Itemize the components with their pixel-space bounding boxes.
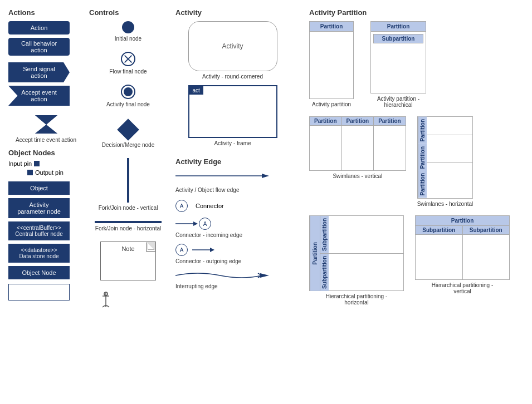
fork-join-vertical-label: Fork/Join node - vertical [89, 205, 167, 211]
activity-rounded-text: Activity [222, 42, 243, 50]
activity-partition-hierarchical-label: Activity partition -hierarchical [370, 96, 426, 108]
swimlanes-vertical-label: Swimlanes - vertical [309, 173, 406, 179]
subpartition-header: Subpartition [373, 34, 423, 43]
swimlane-v-header-1: Partition [310, 117, 341, 126]
object-node-button[interactable]: Object Node [8, 266, 70, 279]
decision-merge-node-item: Decision/Merge node [89, 117, 167, 148]
activity-partition-shape: Partition [309, 21, 354, 99]
activity-partition-item: Partition Activity partition [309, 21, 354, 108]
connector-label: Connector [196, 203, 224, 209]
activity-final-node-shape [121, 85, 135, 99]
hier-vertical-label: Hierarchical partitioning -vertical [415, 282, 510, 294]
send-signal-action-button[interactable]: Send signalaction [8, 62, 70, 82]
connector-shape: A [175, 200, 188, 212]
hier-h-content: Subpartition Subpartition [320, 216, 403, 291]
swimlane-h-body-3 [427, 171, 472, 189]
object-node-placeholder [8, 284, 70, 300]
swimlane-v-body-3 [374, 126, 404, 170]
swimlane-h-header-1: Partition [418, 117, 427, 144]
hier-h-sub-row-2: Subpartition [320, 254, 403, 291]
hier-v-sub-col-2: Subpartition [463, 226, 510, 279]
activity-frame-act-label: act [189, 86, 203, 95]
activity-final-node-item: Activity final node [89, 85, 167, 107]
swimlanes-vertical-item: Partition Partition Partition Swimlanes … [309, 116, 406, 207]
partition-row-1: Partition Activity partition Partition S… [309, 21, 526, 108]
controls-title: Controls [89, 8, 167, 17]
activity-edge-title: Activity Edge [175, 157, 290, 166]
hier-v-sub-body-1 [416, 235, 462, 279]
swimlane-h-row-3: Partition [418, 171, 472, 198]
hier-vertical-item: Partition Subpartition Subpartition Hier… [415, 215, 510, 306]
anchor-symbol [100, 292, 167, 311]
activity-partition-section: Activity Partition Partition Activity pa… [309, 8, 526, 306]
hier-v-sub-body-2 [463, 235, 510, 279]
partition-body-2 [371, 46, 426, 93]
connector-incoming-item: A [175, 218, 290, 230]
call-behavior-action-button[interactable]: Call behavioraction [8, 38, 70, 56]
swimlane-h-row-1: Partition [418, 117, 472, 144]
fork-join-horizontal-label: Fork/Join node - horizontal [89, 225, 167, 231]
connector-incoming-shape: A [199, 218, 211, 230]
hier-h-sub-body-2 [329, 254, 403, 282]
input-pin-label: Input pin [8, 160, 32, 167]
hier-h-subpartition-1: Subpartition [320, 216, 329, 253]
hier-h-sub-row-1: Subpartition [320, 216, 403, 254]
note-item: Note [89, 242, 167, 311]
object-button[interactable]: Object [8, 181, 70, 195]
initial-node-label: Initial node [89, 36, 167, 42]
connector-incoming-arrow [175, 218, 198, 229]
output-pin-row: Output pin [25, 169, 84, 176]
activity-parameter-node-button[interactable]: Activityparameter node [8, 198, 70, 218]
hier-horizontal-item: Partition Subpartition Subpartition [309, 215, 404, 306]
activity-partition-label: Activity partition [309, 101, 354, 107]
decision-merge-node-label: Decision/Merge node [89, 142, 167, 148]
activity-frame-shape: act [188, 85, 277, 138]
swimlane-h-body-1 [427, 117, 472, 135]
swimlanes-vertical-shape: Partition Partition Partition [309, 116, 406, 171]
swimlane-v-header-3: Partition [374, 117, 406, 126]
activity-section: Activity Activity Activity - round-corne… [175, 8, 290, 289]
connector-outgoing-arrow [192, 244, 214, 255]
hier-v-sub-col-1: Subpartition [416, 226, 463, 279]
connector-incoming-label: Connector - incoming edge [175, 232, 290, 238]
hier-v-subpartition-2: Subpartition [463, 226, 510, 235]
connector-outgoing-label: Connector - outgoing edge [175, 258, 290, 264]
activity-final-inner [124, 87, 133, 96]
fork-join-vertical-shape [127, 158, 129, 203]
interrupting-edge-arrow [175, 270, 270, 281]
hier-horizontal-shape: Partition Subpartition Subpartition [309, 215, 404, 292]
fork-join-horizontal-item: Fork/Join node - horizontal [89, 221, 167, 231]
swimlanes-horizontal-label: Swimlanes - horizontal [417, 201, 474, 207]
activity-edge-section: Activity Edge Activity / Object flow edg… [175, 157, 290, 289]
hier-h-sub-body-1 [329, 216, 403, 244]
input-pin-box [34, 161, 40, 166]
svg-marker-9 [193, 221, 198, 226]
partition-body-1 [310, 32, 353, 98]
swimlanes-horizontal-item: Partition Partition Partition Swimlanes … [417, 116, 474, 207]
action-button[interactable]: Action [8, 21, 70, 35]
activity-partition-hierarchical-shape: Partition Subpartition [370, 21, 426, 93]
svg-marker-1 [35, 115, 57, 125]
data-store-node-button[interactable]: <<datastore>>Data store node [8, 244, 70, 263]
note-fold [148, 242, 155, 250]
accept-event-action-button[interactable]: Accept eventaction [8, 86, 70, 106]
fork-join-vertical-item: Fork/Join node - vertical [89, 158, 167, 211]
svg-marker-11 [210, 248, 214, 252]
activity-rounded-label: Activity - round-cornered [175, 73, 290, 80]
swimlane-v-body-2 [342, 126, 373, 170]
initial-node-shape [122, 21, 134, 33]
central-buffer-node-button[interactable]: <<centralBuffer>>Central buffer node [8, 221, 70, 240]
hier-horizontal-label: Hierarchical partitioning -horizontal [309, 293, 404, 306]
swimlane-v-body-1 [310, 126, 340, 170]
actions-title: Actions [8, 8, 84, 17]
activity-frame-item: act Activity - frame [175, 85, 290, 146]
swimlane-h-header-2: Partition [418, 144, 427, 171]
partition-sub-container: Subpartition [371, 34, 426, 43]
activity-frame-label: Activity - frame [175, 140, 290, 146]
output-pin-box [27, 170, 33, 175]
svg-marker-7 [262, 174, 269, 178]
swimlane-col-3: Partition [374, 117, 406, 170]
hier-v-partition-header: Partition [416, 216, 509, 226]
hier-v-sub-cols: Subpartition Subpartition [416, 226, 509, 279]
partition-header-1: Partition [310, 22, 353, 32]
